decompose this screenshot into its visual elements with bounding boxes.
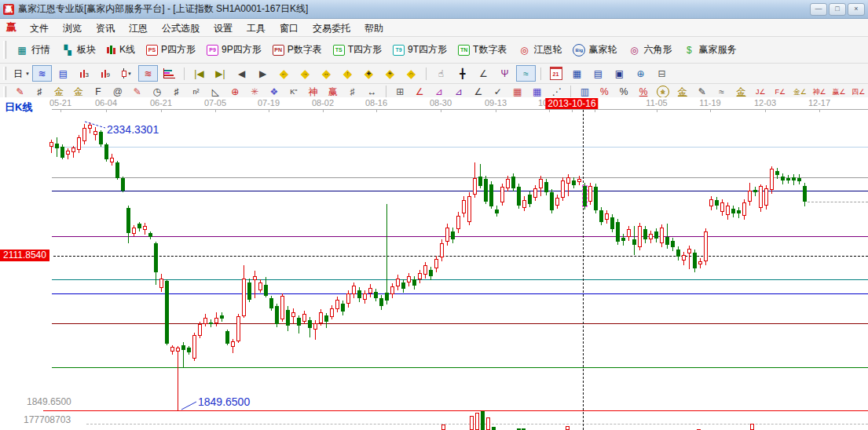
candle <box>71 148 75 152</box>
gann-notes-button[interactable]: ▤ <box>53 65 73 82</box>
diamond-cross-button[interactable]: ◆✚ <box>359 65 379 82</box>
mini-chart-3-button[interactable]: 3 <box>75 65 94 82</box>
calculator-button[interactable]: ▦ <box>567 65 587 82</box>
axis-tick <box>595 110 595 112</box>
candle <box>577 179 581 182</box>
menu-item-gann[interactable]: 江恩 <box>122 20 155 36</box>
p-square-button[interactable]: PSP四方形 <box>141 42 201 58</box>
menu-item-help[interactable]: 帮助 <box>357 20 390 36</box>
candle <box>253 276 257 280</box>
candle <box>401 282 405 289</box>
candle <box>720 202 724 212</box>
calendar-21-button[interactable]: 21 <box>546 65 566 82</box>
menu-items: 文件浏览资讯江恩公式选股设置工具窗口交易委托帮助 <box>23 20 390 35</box>
p-number-table-button[interactable]: PNP数字表 <box>267 42 328 58</box>
candle <box>561 180 565 198</box>
diamond-star-button[interactable]: ◆✳ <box>380 65 400 82</box>
trident-tool-button[interactable]: Ψ <box>495 65 515 82</box>
mini-chart-icon: 3 <box>80 69 90 78</box>
close-button[interactable]: × <box>848 3 865 16</box>
diamond-width-button[interactable]: ◆⇔ <box>401 65 421 82</box>
volume-bar <box>470 416 474 430</box>
candle <box>346 293 350 304</box>
menu-item-settings[interactable]: 设置 <box>207 20 240 36</box>
sectors-button[interactable]: ▚板块 <box>56 42 101 58</box>
volume-bar <box>750 424 754 430</box>
mini-chart-9-button[interactable]: 9 <box>96 65 115 82</box>
candle <box>759 186 763 208</box>
diamond-right-button[interactable]: ◆→ <box>295 65 315 82</box>
chart-area[interactable]: 05-2106-0406-2107-0507-1908-0208-1608-30… <box>0 97 868 430</box>
diamond-left-button[interactable]: ◆← <box>274 65 294 82</box>
candle-style-dropdown-button[interactable]: ▼ <box>117 65 137 82</box>
candle <box>192 335 196 359</box>
minimize-button[interactable]: — <box>810 3 827 16</box>
wave-scribble-teal-button[interactable]: ≈ <box>516 65 536 82</box>
winner-service-button[interactable]: $赢家服务 <box>677 42 742 58</box>
candle <box>599 210 603 222</box>
mini-chart-icon: 9 <box>101 69 111 78</box>
tool-glyph-icon: ▤ <box>57 67 70 79</box>
gann-scribble-blue-button[interactable]: ≋ <box>32 65 52 82</box>
menu-item-browse[interactable]: 浏览 <box>56 20 89 36</box>
menu-item-news[interactable]: 资讯 <box>89 20 122 36</box>
candle <box>258 282 262 290</box>
last-bar-button[interactable]: ▶| <box>211 65 230 82</box>
network-button[interactable]: ⊕ <box>631 65 650 82</box>
toolbar-grip[interactable] <box>3 67 6 81</box>
grid-line <box>52 177 868 178</box>
prev-bar-button[interactable]: ◀ <box>232 65 251 82</box>
toolbar-separator <box>540 67 541 80</box>
angle-measure-tool-button[interactable]: ∠ <box>474 65 493 82</box>
period-day-dropdown-button[interactable]: 日▼ <box>11 65 31 82</box>
candle <box>500 187 504 202</box>
menu-item-file[interactable]: 文件 <box>23 20 56 36</box>
next-bar-button[interactable]: ▶ <box>253 65 273 82</box>
menu-item-window[interactable]: 窗口 <box>273 20 306 36</box>
candle <box>308 320 312 328</box>
date-label: 07-19 <box>258 98 280 108</box>
candle <box>269 298 273 308</box>
candle <box>770 169 774 190</box>
candle <box>341 304 345 312</box>
print-button[interactable]: ⊟ <box>652 65 672 82</box>
toolbar-grip[interactable] <box>3 86 6 97</box>
maximize-button[interactable]: □ <box>829 3 846 16</box>
winner-wheel-button[interactable]: Big赢家轮 <box>567 42 622 58</box>
hand-tool-button[interactable]: ☝ <box>431 65 451 82</box>
crosshair-tool-button[interactable]: ╋ <box>452 65 472 82</box>
menu-item-formula-select[interactable]: 公式选股 <box>155 20 207 36</box>
title-bar[interactable]: 赢 赢家江恩专业版[赢家内部服务平台] - [上证指数 SH1A0001-167… <box>0 0 868 19</box>
diamond-lr-button[interactable]: ◆↔ <box>317 65 336 82</box>
histogram-view-button[interactable] <box>159 65 179 82</box>
tool-glyph-icon: 金∠ <box>793 86 806 98</box>
candle <box>82 128 86 141</box>
price-annotation: 2334.3301 <box>107 123 159 136</box>
diamond-up-button[interactable]: ◆↑ <box>338 65 357 82</box>
9t-square-button[interactable]: T99T四方形 <box>387 42 452 58</box>
gann-wheel-button[interactable]: ◎江恩轮 <box>512 42 567 58</box>
first-bar-button[interactable]: |◀ <box>189 65 209 82</box>
menu-item-tools[interactable]: 工具 <box>240 20 273 36</box>
quotes-button[interactable]: ▦行情 <box>10 42 56 58</box>
9p-square-button[interactable]: P99P四方形 <box>201 42 267 58</box>
date-label: 06-21 <box>150 98 172 108</box>
date-label: 11-05 <box>646 98 667 108</box>
candle <box>385 293 389 301</box>
date-label: 08-30 <box>430 98 452 108</box>
kline-button[interactable]: K线 <box>101 42 141 58</box>
save-button[interactable]: ▣ <box>610 65 629 82</box>
window-title: 赢家江恩专业版[赢家内部服务平台] - [上证指数 SH1A0001-167日K… <box>18 2 308 16</box>
tool-glyph-icon: ⊟ <box>656 67 668 79</box>
candle <box>572 180 576 185</box>
gann-scribble-red-button[interactable]: ≋ <box>138 65 158 82</box>
hexagon-button[interactable]: ◎六角形 <box>622 42 677 58</box>
dropdown-caret-icon: ▼ <box>127 71 132 76</box>
t-number-table-button[interactable]: TNT数字表 <box>452 42 512 58</box>
candle <box>280 296 284 319</box>
notepad-button[interactable]: ▤ <box>588 65 608 82</box>
toolbar-separator <box>184 67 185 80</box>
menu-item-trade-order[interactable]: 交易委托 <box>306 20 357 36</box>
t-square-button[interactable]: TST四方形 <box>328 42 387 58</box>
toolbar-grip[interactable] <box>3 41 6 59</box>
